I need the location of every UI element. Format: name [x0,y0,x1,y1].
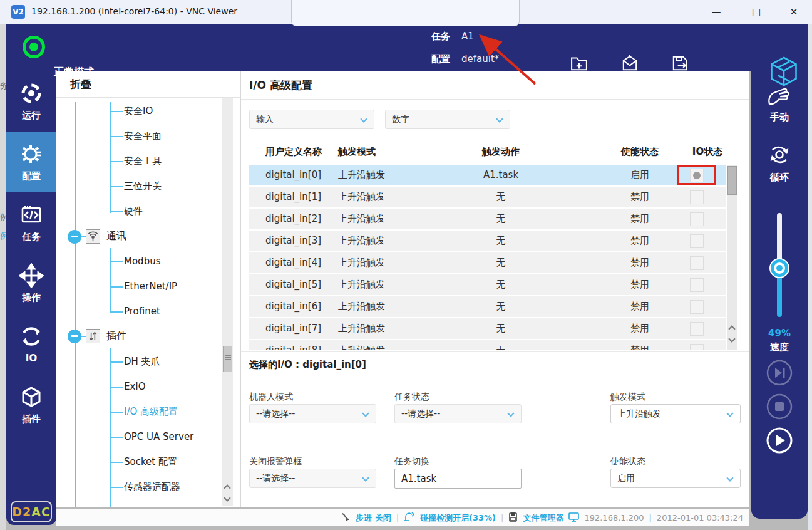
io-state-indicator-off[interactable] [690,234,704,248]
sidebar-item-label: 插件 [6,413,56,425]
robot-mode-dropdown[interactable]: --请选择-- [249,404,376,423]
sidebar-item-config[interactable]: 配置 [6,132,56,192]
enable-state-dropdown[interactable]: 启用 [610,469,741,488]
column-header-io-state: IO状态 [679,146,736,158]
io-state-indicator-off[interactable] [690,300,704,314]
table-row[interactable]: digital_in[7] 上升沿触发 无 禁用 [249,318,726,339]
sidebar-item-label: 操作 [6,292,56,304]
tree-item-sensor-adapter[interactable]: 传感器适配器 [124,481,180,496]
tree-line [110,348,111,507]
monitor-icon [568,512,579,524]
tree-item-communication[interactable]: 通讯 [106,230,126,245]
table-row-partial[interactable]: digital_in[8] 上升沿触发 无 禁用 [249,340,726,350]
save-button[interactable]: 保存 [657,53,702,91]
tree-item-socket-config[interactable]: Socket 配置 [124,455,177,470]
io-type-dropdown[interactable]: 数字 [385,110,510,129]
tree-collapse-toggle[interactable] [68,330,81,343]
collision-status[interactable]: 碰撞检测开启(33%) [420,512,496,524]
table-row[interactable]: digital_in[5] 上升沿触发 无 禁用 [249,274,726,295]
io-state-indicator-off[interactable] [690,322,704,336]
task-state-dropdown[interactable]: --请选择-- [394,404,522,423]
io-table: digital_in[0] 上升沿触发 A1.task 启用 digital_i… [249,165,737,350]
open-button[interactable]: 打开 [607,53,652,91]
sidebar-item-run[interactable]: 运行 [6,71,56,132]
tree-item-safety-io[interactable]: 安全IO [124,105,153,120]
trigger-mode-label: 触发模式 [610,392,645,403]
d2ac-button[interactable]: D2AC [11,501,52,522]
table-row[interactable]: digital_in[1] 上升沿触发 无 禁用 [249,187,726,207]
tree-item-dh-gripper[interactable]: DH 夹爪 [124,355,160,370]
app-header: 正常模式 任务 A1 配置 default* 新建 打开 保存 [6,24,808,71]
tree-item-ethernet-ip[interactable]: EtherNet/IP [124,280,177,295]
config-tree-panel: 折叠 安全IO 安全平面 安全工具 三位开关 硬件 通讯 Modbus Ethe… [56,71,241,507]
step-status[interactable]: 步进 关闭 [356,512,391,524]
stop-button[interactable] [766,393,793,420]
chevron-down-icon [726,474,733,481]
speed-slider-knob[interactable] [771,259,788,277]
speed-label: 速度 [751,341,808,353]
tree-line [110,102,111,213]
maximize-button[interactable]: □ [744,4,769,20]
vnc-app-icon: V2 [11,5,25,19]
table-row[interactable]: digital_in[4] 上升沿触发 无 禁用 [249,252,726,273]
antenna-icon [86,229,100,244]
table-scroll-down-icon[interactable] [728,335,735,342]
desktop-artifact: 例 [0,231,6,242]
tree-item-plugin[interactable]: 插件 [106,330,126,345]
trigger-mode-dropdown[interactable]: 上升沿触发 [610,404,741,423]
sidebar-item-task[interactable]: 任务 [6,192,56,253]
io-state-indicator-off[interactable] [690,212,704,226]
file-manager-link[interactable]: 文件管理器 [523,512,563,524]
table-row-selected[interactable]: digital_in[0] 上升沿触发 A1.task 启用 [249,165,726,185]
speed-percent: 49% [751,328,808,339]
tree-scrollbar[interactable] [222,98,233,506]
close-button[interactable]: ✕ [781,4,806,20]
sidebar-item-operate[interactable]: 操作 [6,253,56,314]
tree-item-profinet[interactable]: Profinet [124,305,160,320]
io-state-indicator-off[interactable] [690,278,704,292]
sidebar-item-io[interactable]: IO [6,314,56,375]
desktop-artifact: 例 [0,212,6,223]
loop-mode-button[interactable]: 循环 [751,141,808,184]
table-scrollbar[interactable] [727,165,737,350]
io-state-indicator-off[interactable] [690,256,704,270]
tree-item-modbus[interactable]: Modbus [124,255,160,270]
task-label: 任务 [431,31,450,43]
io-state-indicator-off[interactable] [690,344,704,350]
tree-item-opc-ua-server[interactable]: OPC UA Server [124,430,193,445]
left-sidebar: 运行 配置 任务 [6,71,56,525]
sliders-icon [86,329,100,343]
table-row[interactable]: digital_in[3] 上升沿触发 无 禁用 [249,231,726,251]
play-button[interactable] [766,427,793,454]
step-next-button[interactable] [766,359,793,387]
close-alarm-dropdown[interactable]: --请选择-- [249,469,376,488]
table-row[interactable]: digital_in[2] 上升沿触发 无 禁用 [249,209,726,229]
tree-item-three-pos-switch[interactable]: 三位开关 [124,180,162,195]
brand-logo-icon [768,55,800,90]
task-switch-label: 任务切换 [394,456,429,467]
annotation-arrow [473,30,542,88]
tree-item-safety-plane[interactable]: 安全平面 [124,130,162,145]
sidebar-item-plugin[interactable]: 插件 [6,375,56,435]
tree-item-hardware[interactable]: 硬件 [124,205,143,220]
io-direction-dropdown[interactable]: 输入 [249,110,374,129]
tree-scrollbar-thumb[interactable] [223,346,232,372]
table-scroll-up-icon[interactable] [728,325,735,332]
loop-label: 循环 [751,172,808,184]
status-bar: 步进 关闭 | 碰撞检测开启(33%) | 文件管理器 192.168.1.20… [56,509,749,526]
tree-collapse-header[interactable]: 折叠 [70,77,91,91]
file-manager-icon [508,512,518,524]
task-switch-input[interactable] [394,469,522,489]
table-row[interactable]: digital_in[6] 上升沿触发 无 禁用 [249,296,726,317]
new-button[interactable]: 新建 [557,53,602,91]
chevron-down-icon [726,410,733,417]
tree-collapse-toggle[interactable] [68,230,81,244]
desktop-artifact: 务 [0,80,6,91]
io-state-indicator-off[interactable] [690,190,704,204]
table-scrollbar-thumb[interactable] [727,166,737,195]
minimize-button[interactable]: — [704,4,729,20]
vnc-floating-toolbar[interactable] [291,0,520,26]
tree-item-io-advanced-config[interactable]: I/O 高级配置 [124,405,178,420]
tree-item-exio[interactable]: ExIO [124,380,146,395]
tree-item-safety-tool[interactable]: 安全工具 [124,155,162,170]
